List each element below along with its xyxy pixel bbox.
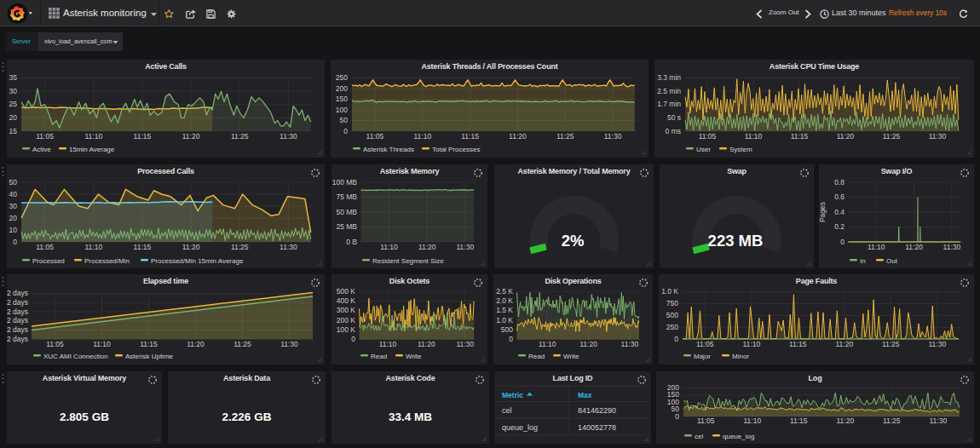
svg-text:Read: Read [371,353,387,360]
svg-text:0: 0 [343,127,348,135]
svg-text:11:05: 11:05 [36,132,54,141]
svg-text:User: User [696,146,711,153]
svg-text:50: 50 [9,178,18,187]
svg-text:11:10: 11:10 [379,340,397,348]
svg-text:3.3 min: 3.3 min [657,73,681,82]
svg-text:200 K: 200 K [337,316,356,325]
svg-text:11:15: 11:15 [791,132,809,141]
svg-text:11:20: 11:20 [835,340,853,348]
svg-text:25 MB: 25 MB [336,222,357,231]
svg-text:20: 20 [9,113,18,122]
svg-text:0.4: 0.4 [834,208,845,216]
svg-text:Metric: Metric [502,391,523,399]
svg-text:11:10: 11:10 [380,243,398,251]
svg-text:11:15: 11:15 [134,243,152,251]
svg-text:50: 50 [340,116,349,124]
svg-text:75 MB: 75 MB [336,192,357,201]
svg-text:11:25: 11:25 [231,132,249,141]
svg-text:2 days: 2 days [7,316,28,325]
svg-text:In: In [860,257,866,265]
svg-text:11:30: 11:30 [928,340,946,348]
svg-text:2 days: 2 days [7,298,28,307]
svg-text:Resident Segment Size: Resident Segment Size [372,257,444,265]
svg-text:250: 250 [666,323,678,331]
svg-text:2 days: 2 days [7,289,28,297]
svg-text:2 days: 2 days [7,335,28,343]
svg-text:150: 150 [336,95,348,103]
svg-text:11:25: 11:25 [883,132,901,141]
svg-text:11:30: 11:30 [621,340,639,348]
svg-text:11:05: 11:05 [366,132,384,141]
svg-text:20: 20 [9,214,18,222]
svg-text:0.6: 0.6 [834,192,845,201]
svg-text:30: 30 [9,202,18,210]
svg-text:11:20: 11:20 [509,132,527,141]
svg-text:100: 100 [336,106,348,114]
svg-text:queue_log: queue_log [502,423,538,432]
svg-text:11:20: 11:20 [836,416,854,425]
svg-text:11:20: 11:20 [418,340,435,348]
svg-text:Processed/Min: Processed/Min [84,257,130,265]
svg-text:11:05: 11:05 [46,340,64,348]
svg-text:11:10: 11:10 [84,132,102,141]
svg-text:30: 30 [9,87,18,95]
svg-text:Asterisk Threads: Asterisk Threads [363,146,414,153]
svg-text:223 MB: 223 MB [708,232,764,250]
svg-text:11:20: 11:20 [182,243,200,251]
svg-text:0.8: 0.8 [834,178,845,187]
svg-text:11:30: 11:30 [604,132,622,141]
svg-text:11:25: 11:25 [556,132,574,141]
svg-text:11:15: 11:15 [140,340,158,348]
svg-text:0: 0 [13,238,17,246]
svg-text:15min Average: 15min Average [69,146,115,153]
svg-text:1.0 K: 1.0 K [496,316,513,325]
svg-text:2.805 GB: 2.805 GB [60,411,109,423]
svg-text:11:25: 11:25 [231,243,249,251]
svg-text:Max: Max [578,391,592,399]
svg-text:2 days: 2 days [7,325,28,334]
svg-text:0: 0 [351,335,355,343]
svg-text:Major: Major [694,353,711,360]
svg-text:11:30: 11:30 [929,416,947,425]
svg-text:XUC AMI Connection: XUC AMI Connection [43,353,108,360]
svg-text:500: 500 [666,311,678,319]
svg-text:cel: cel [502,406,512,415]
svg-text:11:20: 11:20 [182,132,200,141]
svg-text:0 ms: 0 ms [666,127,681,135]
svg-text:50 s: 50 s [667,113,681,122]
svg-text:750: 750 [666,299,678,307]
svg-text:11:30: 11:30 [280,340,298,348]
svg-text:11:20: 11:20 [837,132,855,141]
svg-text:Minor: Minor [732,353,749,360]
svg-text:1.0 K: 1.0 K [661,287,678,296]
svg-text:11:15: 11:15 [134,132,152,141]
svg-text:140052778: 140052778 [578,423,616,432]
svg-text:2.5 min: 2.5 min [657,87,681,95]
svg-text:500: 500 [501,325,513,334]
svg-text:2.0 K: 2.0 K [496,296,513,305]
svg-text:11:25: 11:25 [883,416,901,425]
svg-text:50 MB: 50 MB [336,208,357,216]
svg-text:11:15: 11:15 [790,416,808,425]
svg-text:11:20: 11:20 [905,243,923,251]
svg-text:2%: 2% [562,232,585,250]
svg-text:11:10: 11:10 [742,340,760,348]
svg-text:11:25: 11:25 [233,340,251,348]
svg-text:1.5 K: 1.5 K [496,306,513,314]
svg-text:11:05: 11:05 [699,132,717,141]
svg-text:11:10: 11:10 [84,243,102,251]
svg-text:System: System [729,146,752,153]
svg-text:Pages: Pages [819,202,827,222]
svg-text:11:10: 11:10 [868,243,885,251]
svg-text:10: 10 [9,226,18,234]
svg-text:2 days: 2 days [7,307,28,316]
svg-text:11:20: 11:20 [418,243,436,251]
svg-text:11:15: 11:15 [789,340,807,348]
svg-text:11:30: 11:30 [943,243,961,251]
svg-text:Processed/Min 15min Average: Processed/Min 15min Average [151,257,244,265]
svg-text:0 B: 0 B [346,238,357,246]
svg-text:11:10: 11:10 [745,132,763,141]
svg-text:11:10: 11:10 [413,132,431,141]
svg-text:Asterisk Uptime: Asterisk Uptime [125,353,174,360]
svg-text:250: 250 [336,73,348,82]
